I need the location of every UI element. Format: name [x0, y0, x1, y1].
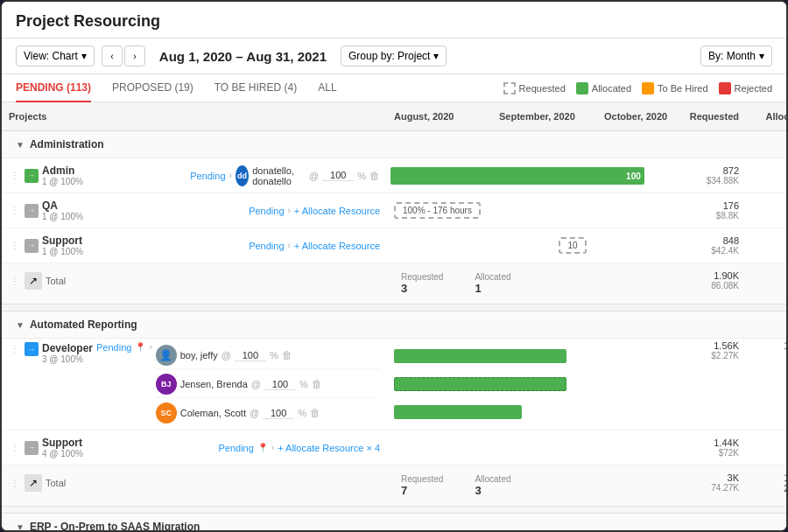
drag-handle[interactable]: ⋮	[9, 239, 21, 252]
toolbar-right: By: Month ▾	[700, 46, 772, 66]
avatar: SC	[156, 402, 177, 424]
delete-icon[interactable]: 🗑	[282, 349, 292, 361]
status-arrow-icon: →	[25, 441, 39, 455]
gantt-area-admin: 100	[387, 167, 676, 185]
location-icon: 📍	[135, 342, 145, 426]
status-badge[interactable]: Pending	[249, 206, 284, 216]
month-label: By: Month	[708, 50, 756, 62]
project-info: QA 1 @ 100%	[42, 200, 245, 221]
delete-icon[interactable]: 🗑	[312, 378, 322, 390]
drag-handle[interactable]: ⋮	[9, 342, 21, 426]
view-select[interactable]: View: Chart ▾	[16, 46, 95, 66]
next-button[interactable]: ›	[124, 46, 145, 66]
status-badge[interactable]: Pending	[96, 342, 131, 426]
project-name: Support	[42, 437, 215, 449]
allocate-link[interactable]: + Allocate Resource	[294, 241, 380, 251]
delete-icon[interactable]: 🗑	[310, 407, 320, 419]
chevron-right-icon: ›	[149, 342, 151, 426]
table-row: ⋮ → Developer 3 @ 100% Pending 📍 › 👤 boy…	[2, 339, 786, 430]
tab-pending[interactable]: PENDING (113)	[16, 74, 91, 102]
section-chevron[interactable]: ▼	[16, 320, 25, 330]
total-stat-requested: 1.90K 86.08K	[676, 269, 746, 292]
header-sep: September, 2020	[492, 108, 597, 125]
status-badge[interactable]: Pending	[249, 241, 284, 251]
status-badge[interactable]: Pending	[190, 171, 225, 181]
app-window: Project Resourcing View: Chart ▾ ‹ › Aug…	[0, 0, 788, 532]
total-stat-allocated: 872 –	[746, 269, 786, 293]
section-chevron[interactable]: ▼	[16, 140, 25, 150]
total-counts-ar: Requested 7 Allocated 3	[387, 471, 597, 500]
stat-requested-dev: 1.56K $2.27K	[676, 339, 746, 430]
total-label: Total	[46, 478, 66, 488]
prev-button[interactable]: ‹	[102, 46, 123, 66]
rejected-icon	[719, 82, 731, 94]
drag-handle[interactable]: ⋮	[9, 441, 21, 454]
percent-input[interactable]	[235, 350, 266, 361]
section-name: Automated Reporting	[30, 318, 137, 331]
stat-allocated: 872 –	[746, 164, 786, 187]
gantt-bar: 100	[390, 167, 644, 185]
delete-icon[interactable]: 🗑	[369, 170, 380, 182]
gantt-dashed-block: 100% - 176 hours	[394, 202, 481, 219]
total-left: ⋮ ↗ Total	[2, 269, 387, 293]
chevron-right-icon: ›	[229, 171, 232, 180]
project-info: Admin 1 @ 100%	[42, 164, 186, 186]
project-name: Support	[42, 234, 245, 247]
chevron-down-icon: ▾	[81, 50, 87, 62]
percent-input[interactable]	[263, 408, 294, 419]
section-gap	[2, 304, 786, 312]
project-info: Developer 3 @ 100%	[42, 342, 93, 426]
group-select[interactable]: Group by: Project ▾	[341, 46, 447, 66]
row-left-admin: ⋮ → Admin 1 @ 100% Pending › dd donatell…	[2, 161, 387, 190]
percent-input[interactable]	[322, 170, 354, 181]
drag-handle[interactable]: ⋮	[9, 204, 21, 217]
page-title: Project Resourcing	[16, 12, 772, 31]
tab-all[interactable]: ALL	[318, 74, 336, 102]
drag-handle: ⋮	[9, 275, 21, 288]
total-stat-allocated-ar: 1.56K 2.27K	[746, 471, 786, 495]
gantt-bar-1	[394, 349, 566, 363]
percent-sign: %	[357, 171, 366, 181]
allocate-link[interactable]: + Allocate Resource × 4	[278, 443, 380, 453]
section-name: Administration	[30, 138, 104, 150]
multi-resources: 👤 boy, jeffy @ % 🗑 BJ Jensen, Brenda @ %…	[156, 342, 380, 426]
table-row: ⋮ → QA 1 @ 100% Pending › + Allocate Res…	[2, 193, 786, 228]
resource-name: donatello, donatello	[252, 165, 306, 186]
section-chevron-erp[interactable]: ▼	[16, 522, 25, 531]
to-be-hired-icon	[642, 82, 654, 94]
gantt-bar-2	[394, 377, 566, 391]
chevron-right-icon: ›	[288, 206, 291, 215]
table-row: ⋮ → Admin 1 @ 100% Pending › dd donatell…	[2, 158, 786, 193]
header-aug: August, 2020	[387, 108, 492, 125]
nav-arrows: ‹ ›	[102, 46, 145, 66]
header-requested: Requested	[676, 108, 746, 125]
percent-input[interactable]	[264, 379, 296, 390]
project-name: Admin	[42, 164, 186, 177]
drag-handle: ⋮	[9, 477, 21, 490]
status-badge[interactable]: Pending	[218, 443, 253, 453]
header-allocated: Allocated	[746, 108, 786, 125]
tab-proposed[interactable]: PROPOSED (19)	[112, 74, 193, 102]
row-left-support: ⋮ → Support 1 @ 100% Pending › + Allocat…	[2, 231, 387, 260]
drag-handle[interactable]: ⋮	[9, 169, 21, 182]
main-content: Projects August, 2020 September, 2020 Oc…	[2, 102, 786, 530]
location-icon: 📍	[257, 443, 268, 452]
total-allocated-col: Allocated 1	[468, 270, 517, 297]
month-select[interactable]: By: Month ▾	[700, 46, 772, 66]
stat-allocated: –	[746, 239, 786, 253]
chevron-down-icon-3: ▾	[759, 50, 764, 62]
stat-requested: 848 $42.4K	[676, 234, 746, 257]
header-projects: Projects	[2, 108, 387, 125]
developer-left: ⋮ → Developer 3 @ 100% Pending 📍 › 👤 boy…	[2, 339, 387, 430]
project-sub: 1 @ 100%	[42, 177, 186, 186]
total-requested-col: Requested 3	[394, 270, 450, 297]
row-left-qa: ⋮ → QA 1 @ 100% Pending › + Allocate Res…	[2, 196, 387, 225]
resource-row: SC Coleman, Scott @ % 🗑	[156, 400, 380, 426]
stat-allocated: –	[746, 204, 786, 218]
stat-allocated-s2: –	[746, 441, 786, 455]
avatar: 👤	[156, 345, 177, 366]
stat-requested-s2: 1.44K $72K	[676, 436, 746, 459]
allocate-link[interactable]: + Allocate Resource	[294, 206, 380, 216]
resource-row: 👤 boy, jeffy @ % 🗑	[156, 342, 380, 369]
tab-to-be-hired[interactable]: TO BE HIRED (4)	[215, 74, 297, 102]
